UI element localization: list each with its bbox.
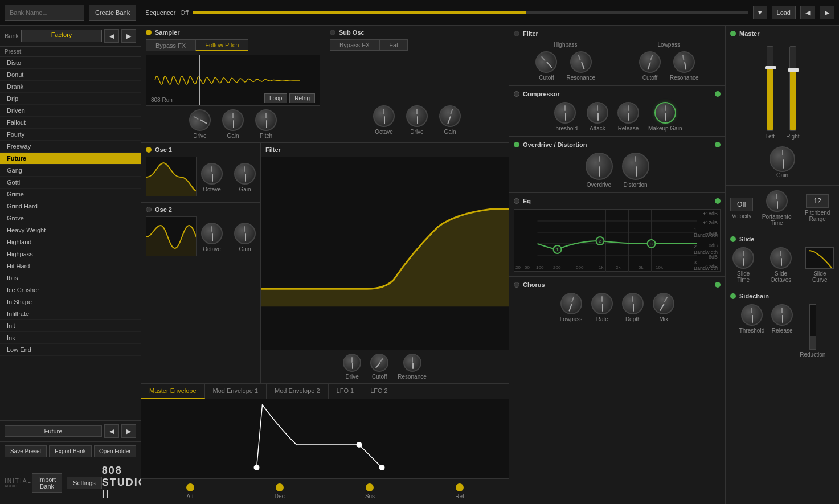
master-gain-knob[interactable] (770, 146, 795, 172)
overdrive-knob[interactable] (586, 153, 613, 180)
sampler-led[interactable] (146, 30, 152, 35)
sus-knob[interactable] (366, 483, 374, 491)
preset-item[interactable]: Disto (0, 57, 141, 69)
filter-cutoff-knob[interactable] (367, 350, 392, 375)
preset-item[interactable]: Freeway (0, 141, 141, 153)
preset-item[interactable]: Low End (0, 344, 141, 356)
preset-item[interactable]: Fallout (0, 117, 141, 129)
preset-item[interactable]: Ice Crusher (0, 284, 141, 296)
preset-item[interactable]: Future (0, 153, 141, 165)
osc1-octave-knob[interactable] (201, 163, 223, 185)
right-fader-track[interactable] (789, 46, 796, 131)
osc2-led[interactable] (146, 207, 152, 212)
master-envelope-tab[interactable]: Master Envelope (141, 384, 205, 399)
chorus-mix-knob[interactable] (649, 289, 678, 318)
preset-prev-button[interactable]: ◀ (104, 424, 119, 438)
osc1-gain-knob[interactable] (234, 163, 256, 185)
preset-item[interactable]: Grind Hard (0, 200, 141, 212)
bank-prev-button[interactable]: ◀ (104, 29, 119, 43)
hp-cutoff-knob[interactable] (531, 47, 562, 77)
save-preset-button[interactable]: Save Preset (5, 445, 47, 457)
lp-cutoff-knob[interactable] (636, 48, 664, 76)
prev-button[interactable]: ◀ (800, 6, 815, 19)
comp-release-knob[interactable] (617, 102, 639, 124)
preset-item[interactable]: Fourty (0, 129, 141, 141)
subosc-led[interactable] (330, 30, 335, 35)
preset-item[interactable]: Iblis (0, 272, 141, 284)
subosc-bypass-tab[interactable]: Bypass FX (330, 39, 379, 51)
preset-item[interactable]: Highpass (0, 248, 141, 260)
export-bank-button[interactable]: Export Bank (49, 445, 91, 457)
lp-resonance-knob[interactable] (672, 50, 697, 75)
import-bank-button[interactable]: Import Bank (32, 473, 62, 493)
load-button[interactable]: Load (772, 6, 796, 19)
bank-next-button[interactable]: ▶ (121, 29, 136, 43)
subosc-fat-tab[interactable]: Fat (379, 39, 408, 51)
preset-item[interactable]: Grime (0, 189, 141, 200)
bank-name-input[interactable] (5, 5, 84, 21)
sampler-gain-knob[interactable] (222, 109, 244, 131)
osc2-gain-knob[interactable] (234, 223, 256, 244)
slide-led[interactable] (730, 236, 736, 242)
sidechain-led[interactable] (730, 293, 736, 299)
sampler-bypass-tab[interactable]: Bypass FX (146, 39, 195, 51)
right-filter-led[interactable] (514, 31, 519, 36)
next-button[interactable]: ▶ (820, 6, 834, 19)
create-bank-button[interactable]: Create Bank (89, 5, 136, 21)
compressor-enable-led[interactable] (715, 91, 721, 97)
osc2-octave-knob[interactable] (201, 223, 223, 244)
slide-octaves-knob[interactable] (770, 247, 792, 269)
slide-time-knob[interactable] (732, 247, 754, 269)
preset-item[interactable]: Heavy Weight (0, 224, 141, 236)
sidechain-release-knob[interactable] (771, 304, 793, 326)
lfo1-tab[interactable]: LFO 1 (329, 384, 363, 399)
sequencer-dropdown[interactable]: ▼ (753, 6, 767, 19)
filter-drive-knob[interactable] (343, 354, 361, 372)
chorus-enable-led[interactable] (715, 282, 721, 288)
osc1-led[interactable] (146, 147, 152, 153)
dec-knob[interactable] (276, 483, 284, 491)
comp-attack-knob[interactable] (587, 102, 608, 124)
sampler-followpitch-tab[interactable]: Follow Pitch (195, 39, 248, 51)
preset-item[interactable]: Grove (0, 212, 141, 224)
comp-threshold-knob[interactable] (554, 102, 576, 124)
overdrive-enable-led[interactable] (715, 142, 721, 147)
hp-resonance-knob[interactable] (567, 48, 595, 76)
left-fader-track[interactable] (767, 46, 773, 131)
subosc-gain-knob[interactable] (436, 103, 464, 130)
preset-next-button[interactable]: ▶ (121, 424, 136, 438)
compressor-led[interactable] (514, 91, 519, 97)
filter-resonance-knob[interactable] (403, 354, 421, 372)
chorus-depth-knob[interactable] (622, 293, 644, 314)
loop-button[interactable]: Loop (264, 93, 287, 103)
preset-item[interactable]: Highland (0, 236, 141, 248)
preset-item[interactable]: In Shape (0, 296, 141, 308)
subosc-octave-knob[interactable] (373, 105, 395, 127)
preset-item[interactable]: Drip (0, 93, 141, 105)
preset-item[interactable]: Donut (0, 69, 141, 81)
preset-item[interactable]: Gotti (0, 177, 141, 189)
overdrive-led[interactable] (514, 142, 519, 147)
subosc-drive-knob[interactable] (406, 105, 428, 127)
lfo2-tab[interactable]: LFO 2 (362, 384, 396, 399)
preset-item[interactable]: Ink (0, 332, 141, 344)
att-knob[interactable] (186, 483, 194, 491)
settings-button[interactable]: Settings (67, 477, 102, 489)
chorus-led[interactable] (514, 282, 519, 288)
eq-led[interactable] (514, 198, 519, 204)
comp-makeup-knob[interactable] (654, 102, 676, 124)
preset-item[interactable]: Driven (0, 105, 141, 117)
sampler-drive-knob[interactable] (185, 105, 215, 135)
right-fader-handle[interactable] (788, 68, 799, 72)
rel-knob[interactable] (456, 483, 464, 491)
preset-item[interactable]: Hit Hard (0, 260, 141, 272)
mod-envelope1-tab[interactable]: Mod Envelope 1 (205, 384, 267, 399)
sampler-pitch-knob[interactable] (255, 109, 277, 131)
sequencer-track[interactable] (193, 11, 748, 14)
left-fader-handle[interactable] (765, 66, 776, 69)
preset-item[interactable]: Init (0, 320, 141, 332)
chorus-rate-knob[interactable] (591, 293, 613, 314)
distortion-knob[interactable] (622, 153, 649, 180)
open-folder-button[interactable]: Open Folder (94, 445, 136, 457)
portamento-knob[interactable] (766, 190, 788, 212)
